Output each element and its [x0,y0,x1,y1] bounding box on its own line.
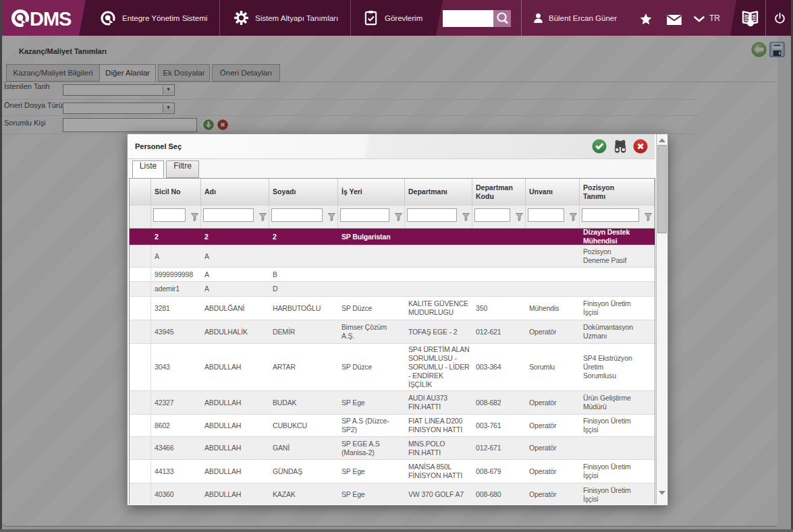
svg-text:DMS: DMS [30,8,72,29]
